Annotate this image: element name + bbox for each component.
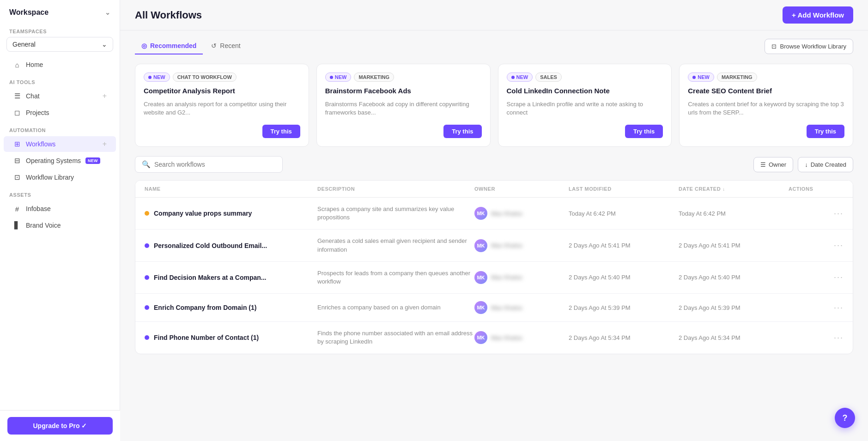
card-badges: NEW SALES xyxy=(507,72,663,82)
try-this-button[interactable]: Try this xyxy=(262,125,300,138)
sidebar-item-projects[interactable]: ◻ Projects xyxy=(4,105,116,121)
avatar: MK xyxy=(474,301,487,314)
workflows-add-icon[interactable]: + xyxy=(103,140,107,148)
sidebar-item-home[interactable]: ⌂ Home xyxy=(4,57,116,72)
action-menu-button[interactable]: ··· xyxy=(834,272,844,282)
badge-dot xyxy=(692,76,696,79)
browse-library-button[interactable]: ⊡ Browse Workflow Library xyxy=(765,39,853,54)
table-row[interactable]: Personalized Cold Outbound Email... Gene… xyxy=(135,230,853,261)
sidebar: Workspace ⌄ Teamspaces General ⌄ ⌂ Home … xyxy=(0,0,120,441)
owner-name: Max Khalso xyxy=(491,274,522,281)
sidebar-item-workflows-label: Workflows xyxy=(26,140,55,148)
type-badge: CHAT TO WORKFLOW xyxy=(173,72,237,82)
tab-recommended-label: Recommended xyxy=(150,42,196,49)
try-this-button[interactable]: Try this xyxy=(807,125,844,138)
card-badges: NEW CHAT TO WORKFLOW xyxy=(144,72,300,82)
owner-filter-label: Owner xyxy=(769,161,786,168)
card-title: Brainstorm Facebook Ads xyxy=(325,86,482,96)
table-row[interactable]: Find Phone Number of Contact (1) Finds t… xyxy=(135,322,853,353)
action-menu-button[interactable]: ··· xyxy=(834,209,844,218)
action-menu-button[interactable]: ··· xyxy=(834,303,844,313)
col-header-name: NAME xyxy=(145,186,317,192)
teamspace-selector[interactable]: General ⌄ xyxy=(6,37,113,52)
help-fab-button[interactable]: ? xyxy=(835,408,855,428)
new-badge: NEW xyxy=(688,72,714,82)
table-row[interactable]: Enrich Company from Domain (1) Enriches … xyxy=(135,294,853,322)
row-name: Personalized Cold Outbound Email... xyxy=(145,242,317,249)
page-title: All Workflows xyxy=(135,9,202,21)
card-desc: Creates an analysis report for a competi… xyxy=(144,100,300,121)
add-workflow-button[interactable]: + Add Workflow xyxy=(783,6,853,24)
owner-filter-button[interactable]: ☰ Owner xyxy=(753,157,793,172)
workflow-name: Find Phone Number of Contact (1) xyxy=(154,334,259,341)
badge-dot xyxy=(148,76,152,79)
sidebar-item-operating-systems[interactable]: ⊟ Operating Systems NEW xyxy=(4,153,116,169)
row-date-created: 2 Days Ago At 5:41 PM xyxy=(679,242,789,249)
row-actions: ··· xyxy=(789,333,844,343)
row-actions: ··· xyxy=(789,241,844,250)
row-actions: ··· xyxy=(789,303,844,313)
browse-library-label: Browse Workflow Library xyxy=(780,43,846,50)
card-title: Create SEO Content Brief xyxy=(688,86,844,96)
table-controls: 🔍 ☰ Owner ↓ Date Created xyxy=(135,156,853,173)
workspace-chevron-icon: ⌄ xyxy=(105,9,110,16)
sidebar-item-home-label: Home xyxy=(26,61,43,68)
row-last-modified: 2 Days Ago At 5:41 PM xyxy=(569,242,679,249)
table-row[interactable]: Find Decision Makers at a Compan... Pros… xyxy=(135,262,853,294)
sidebar-item-infobase[interactable]: # Infobase xyxy=(4,201,116,217)
row-description: Finds the phone number associated with a… xyxy=(317,329,474,346)
filter-buttons: ☰ Owner ↓ Date Created xyxy=(753,157,853,172)
row-owner: MK Max Khalso xyxy=(474,207,569,220)
sidebar-item-workflow-library[interactable]: ⊡ Workflow Library xyxy=(4,169,116,185)
row-date-created: 2 Days Ago At 5:39 PM xyxy=(679,304,789,311)
row-last-modified: 2 Days Ago At 5:39 PM xyxy=(569,304,679,311)
sidebar-item-bv-label: Brand Voice xyxy=(26,222,61,229)
table-row[interactable]: Company value props summary Scrapes a co… xyxy=(135,198,853,230)
badge-dot xyxy=(330,76,333,79)
sidebar-item-brand-voice[interactable]: ▋ Brand Voice xyxy=(4,217,116,233)
workspace-header[interactable]: Workspace ⌄ xyxy=(0,0,120,22)
owner-name: Max Khalso xyxy=(491,210,522,217)
tab-recent[interactable]: ↺ Recent xyxy=(205,38,247,54)
row-name: Enrich Company from Domain (1) xyxy=(145,304,317,311)
workflow-cards: NEW CHAT TO WORKFLOW Competitor Analysis… xyxy=(120,54,868,156)
search-box[interactable]: 🔍 xyxy=(135,156,283,173)
workflow-card: NEW SALES Cold LinkedIn Connection Note … xyxy=(498,64,672,147)
col-header-last-modified: LAST MODIFIED xyxy=(569,186,679,192)
new-badge: NEW xyxy=(144,72,170,82)
workflow-name: Enrich Company from Domain (1) xyxy=(154,304,256,311)
row-owner: MK Max Khalso xyxy=(474,331,569,344)
chat-add-icon[interactable]: + xyxy=(103,92,107,100)
row-last-modified: Today At 6:42 PM xyxy=(569,210,679,217)
row-owner: MK Max Khalso xyxy=(474,271,569,284)
action-menu-button[interactable]: ··· xyxy=(834,241,844,250)
try-this-button[interactable]: Try this xyxy=(443,125,481,138)
col-header-actions: ACTIONS xyxy=(789,186,844,192)
status-dot xyxy=(145,243,149,248)
card-desc: Scrape a LinkedIn profile and write a no… xyxy=(507,100,663,121)
workflow-card: NEW MARKETING Brainstorm Facebook Ads Br… xyxy=(316,64,491,147)
tab-recommended[interactable]: ◎ Recommended xyxy=(135,38,203,54)
sidebar-item-chat[interactable]: ☰ Chat + xyxy=(4,88,116,104)
brand-voice-icon: ▋ xyxy=(13,221,21,230)
sidebar-item-workflows[interactable]: ⊞ Workflows + xyxy=(4,136,116,152)
try-this-button[interactable]: Try this xyxy=(625,125,663,138)
row-date-created: Today At 6:42 PM xyxy=(679,210,789,217)
search-input[interactable] xyxy=(154,161,276,168)
row-description: Enriches a company based on a given doma… xyxy=(317,303,474,312)
automation-label: Automation xyxy=(0,121,120,136)
table-body: Company value props summary Scrapes a co… xyxy=(135,198,853,354)
date-created-filter-button[interactable]: ↓ Date Created xyxy=(798,157,853,172)
page-header: All Workflows + Add Workflow xyxy=(120,0,868,30)
teamspace-value: General xyxy=(12,41,36,48)
type-badge: MARKETING xyxy=(717,72,757,82)
card-desc: Brainstorms Facebook ad copy in differen… xyxy=(325,100,482,121)
row-last-modified: 2 Days Ago At 5:40 PM xyxy=(569,274,679,281)
tab-recent-label: Recent xyxy=(220,42,240,49)
sort-down-icon: ↓ xyxy=(722,187,725,192)
table-header: NAME DESCRIPTION OWNER LAST MODIFIED DAT… xyxy=(135,181,853,198)
workflows-icon: ⊞ xyxy=(13,140,21,148)
upgrade-button[interactable]: Upgrade to Pro ✓ xyxy=(7,417,113,435)
card-title: Cold LinkedIn Connection Note xyxy=(507,86,663,96)
action-menu-button[interactable]: ··· xyxy=(834,333,844,343)
